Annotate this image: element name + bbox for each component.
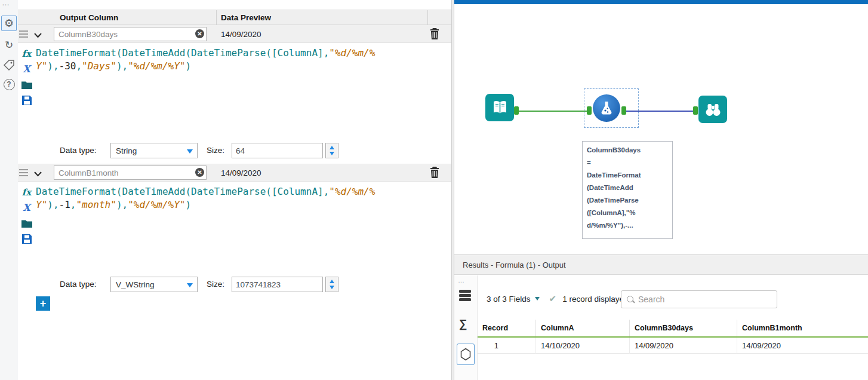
- results-table: RecordColumnAColumnB30daysColumnB1month …: [478, 320, 868, 354]
- output-column-input[interactable]: [54, 27, 207, 41]
- chevron-down-icon: [535, 297, 540, 301]
- search-box[interactable]: [621, 290, 777, 308]
- size-label: Size:: [207, 280, 224, 289]
- refresh-icon[interactable]: ↻: [1, 37, 17, 53]
- clear-column-icon[interactable]: ✕: [195, 168, 204, 177]
- splitter-dots[interactable]: …: [458, 277, 465, 284]
- input-data-tool[interactable]: [485, 94, 514, 121]
- expression-row: ✕ 14/09/2020: [18, 164, 451, 182]
- expression-toolbar: fx X: [19, 47, 35, 109]
- delete-expression-icon[interactable]: [430, 28, 439, 41]
- data-preview-value: 14/09/2020: [221, 30, 261, 39]
- type-row: Data type: String Size:: [18, 142, 451, 159]
- expression-toolbar: fx X: [19, 185, 35, 247]
- help-icon[interactable]: ?: [1, 76, 17, 92]
- search-icon: [627, 296, 633, 302]
- data-type-select[interactable]: String: [110, 143, 198, 158]
- drag-handle-icon[interactable]: [19, 30, 28, 39]
- drag-handle-icon[interactable]: [19, 169, 28, 178]
- chevron-down-icon: [187, 283, 193, 287]
- expression-grid-header: Output Column Data Preview: [18, 10, 451, 25]
- header-separator: [216, 10, 217, 26]
- delete-expression-icon[interactable]: [430, 167, 439, 180]
- spinner-up-icon[interactable]: [330, 146, 334, 149]
- search-input[interactable]: [638, 293, 774, 306]
- results-side-strip: … ∑: [454, 275, 478, 380]
- expression-code[interactable]: DateTimeFormat(DateTimeAdd(DateTimeParse…: [36, 47, 376, 73]
- data-type-label: Data type:: [60, 146, 97, 155]
- columns-constants-icon[interactable]: X: [19, 201, 34, 214]
- header-separator: [427, 10, 428, 26]
- results-title: Results - Formula (1) - Output: [463, 261, 566, 269]
- spinner-down-icon[interactable]: [330, 152, 334, 155]
- results-body: … ∑ 3 of 3 Fields ✔ 1 record displayed R…: [454, 275, 868, 380]
- column-header[interactable]: ColumnA: [536, 320, 630, 336]
- collapse-chevron-icon[interactable]: [34, 31, 42, 40]
- table-cell: 14/09/2020: [630, 338, 737, 354]
- connection-wire[interactable]: [519, 111, 587, 112]
- formula-tool[interactable]: [593, 94, 620, 122]
- expression-code[interactable]: DateTimeFormat(DateTimeAdd(DateTimeParse…: [36, 185, 376, 212]
- table-cell: 14/10/2020: [536, 338, 630, 354]
- spinner-up-icon[interactable]: [330, 280, 334, 283]
- connection-wire[interactable]: [626, 111, 693, 112]
- spinner-down-icon[interactable]: [330, 286, 334, 289]
- table-row[interactable]: 114/10/202014/09/202014/09/2020: [478, 338, 868, 354]
- data-type-select[interactable]: V_WString: [110, 277, 198, 292]
- help-glyph: ?: [4, 79, 15, 90]
- data-type-value: V_WString: [116, 280, 155, 289]
- metadata-icon[interactable]: ∑: [459, 317, 467, 330]
- output-column-input[interactable]: [54, 166, 207, 180]
- columns-constants-icon[interactable]: X: [19, 62, 34, 76]
- size-spinner[interactable]: [325, 277, 338, 292]
- data-view-icon[interactable]: [459, 290, 471, 303]
- config-side-tabs: … ⚙ ↻ ?: [0, 0, 18, 380]
- fields-dropdown[interactable]: 3 of 3 Fields: [487, 295, 540, 304]
- results-toolbar: 3 of 3 Fields ✔ 1 record displayed: [487, 293, 628, 304]
- collapse-chevron-icon[interactable]: [34, 170, 42, 179]
- output-anchor[interactable]: [621, 106, 626, 115]
- size-input[interactable]: [232, 143, 323, 158]
- column-header[interactable]: ColumnB1month: [737, 320, 868, 336]
- column-header[interactable]: ColumnB30days: [630, 320, 737, 336]
- cell-viewer-icon[interactable]: [457, 344, 475, 365]
- data-preview-value: 14/09/2020: [221, 168, 261, 177]
- size-spinner[interactable]: [325, 143, 338, 158]
- gear-icon[interactable]: ⚙: [1, 16, 17, 31]
- saved-expressions-folder-icon[interactable]: [19, 216, 34, 230]
- data-preview-header: Data Preview: [221, 13, 271, 22]
- size-label: Size:: [207, 146, 224, 155]
- book-icon: [492, 100, 508, 115]
- results-header: Results - Formula (1) - Output: [454, 255, 868, 275]
- expression-block-2: ✕ 14/09/2020 fx X DateTimeFormat(DateTim…: [18, 164, 451, 294]
- output-column-header: Output Column: [60, 13, 118, 22]
- column-header[interactable]: Record: [478, 320, 536, 336]
- input-anchor[interactable]: [693, 106, 698, 115]
- window-accent-strip: [454, 0, 868, 4]
- fields-summary: 3 of 3 Fields: [487, 295, 531, 304]
- data-type-value: String: [116, 146, 137, 155]
- functions-icon[interactable]: fx: [19, 185, 34, 199]
- record-summary: 1 record displayed: [562, 295, 628, 304]
- browse-tool[interactable]: [698, 96, 727, 123]
- tool-annotation[interactable]: ColumnB30days=DateTimeFormat(DateTimeAdd…: [582, 141, 673, 239]
- table-cell: 1: [478, 338, 536, 354]
- type-row: Data type: V_WString Size:: [18, 276, 451, 293]
- clear-column-icon[interactable]: ✕: [195, 29, 204, 38]
- saved-expressions-folder-icon[interactable]: [19, 78, 34, 91]
- splitter-dots[interactable]: …: [2, 0, 10, 7]
- size-input[interactable]: [232, 277, 323, 292]
- save-expression-disk-icon[interactable]: [19, 93, 34, 107]
- results-table-body: 114/10/202014/09/202014/09/2020: [478, 338, 868, 354]
- check-icon: ✔: [549, 293, 557, 304]
- save-expression-disk-icon[interactable]: [19, 232, 34, 246]
- output-anchor[interactable]: [514, 106, 519, 115]
- expression-block-1: ✕ 14/09/2020 fx X DateTimeFormat(DateTim…: [18, 25, 451, 160]
- functions-icon[interactable]: fx: [19, 47, 34, 60]
- add-expression-button[interactable]: +: [36, 296, 50, 311]
- binoculars-icon: [705, 103, 721, 117]
- table-cell: 14/09/2020: [737, 338, 868, 354]
- expression-row: ✕ 14/09/2020: [18, 25, 451, 43]
- annotation-tag-icon[interactable]: [1, 57, 17, 73]
- data-type-label: Data type:: [60, 280, 97, 289]
